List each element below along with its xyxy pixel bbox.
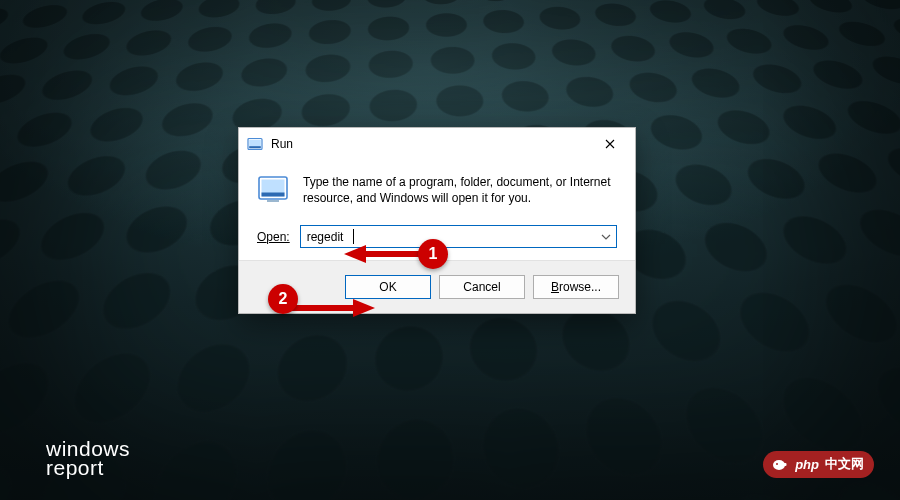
dialog-description: Type the name of a program, folder, docu… [303,174,617,207]
close-icon [605,137,615,152]
button-bar: OK Cancel Browse... [239,260,635,313]
dialog-body: Type the name of a program, folder, docu… [239,160,635,260]
ok-button-label: OK [379,280,396,294]
run-large-icon [257,174,291,207]
watermark-right-prefix: php [795,457,819,472]
open-combobox[interactable] [300,225,617,248]
open-label: Open: [257,230,290,244]
svg-rect-12 [784,463,787,466]
run-dialog: Run Type the name of a program, folder, … [238,127,636,314]
close-button[interactable] [587,129,633,159]
svg-rect-5 [262,193,285,197]
browse-button[interactable]: Browse... [533,275,619,299]
chevron-down-icon[interactable] [596,226,616,247]
watermark-php-cn: php 中文网 [763,451,874,478]
svg-point-11 [773,460,785,470]
cancel-button-label: Cancel [463,280,500,294]
titlebar[interactable]: Run [239,128,635,160]
watermark-left-line2: report [46,457,130,478]
svg-point-13 [776,463,778,465]
ok-button[interactable]: OK [345,275,431,299]
run-icon [247,136,263,152]
browse-button-label: Browse... [551,280,601,294]
elephant-icon [771,457,789,471]
watermark-windows-report: windows report [46,438,130,478]
watermark-right-text: 中文网 [825,455,864,473]
dialog-title: Run [271,137,587,151]
open-input[interactable] [301,226,596,247]
cancel-button[interactable]: Cancel [439,275,525,299]
svg-rect-2 [249,146,261,148]
svg-rect-6 [267,200,279,202]
text-caret [353,229,354,244]
